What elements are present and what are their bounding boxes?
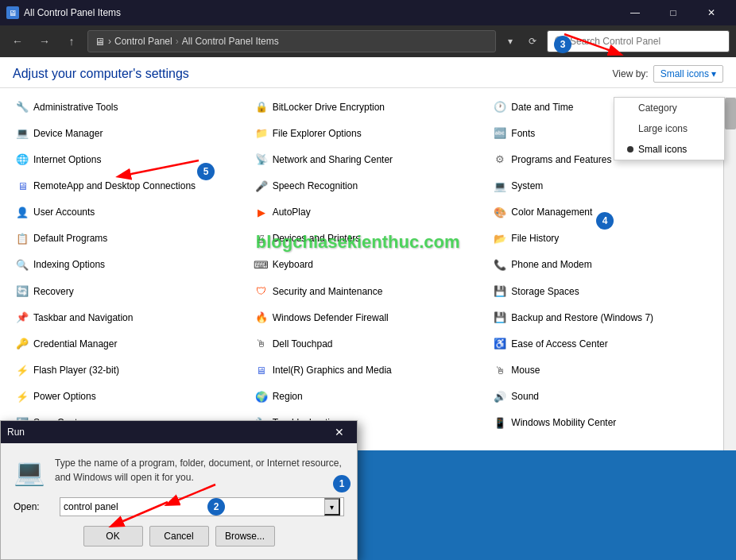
cp-item-label: AutoPlay [273,207,311,218]
run-dialog-icon: 💻 [14,456,45,488]
run-dialog-body: 💻 Type the name of a program, folder, do… [1,443,357,559]
cp-item-icon: 🎤 [255,180,268,192]
cp-item[interactable]: 💻System [490,173,723,198]
breadcrumb-control-panel[interactable]: Control Panel [114,36,172,47]
app-icon: 🖥 [6,6,19,19]
run-dropdown-button[interactable]: ▾ [324,498,340,516]
cp-item[interactable]: 📋Default Programs [13,226,246,251]
breadcrumb[interactable]: 🖥 › Control Panel › All Control Panel It… [87,30,496,52]
up-button[interactable]: ↑ [60,30,83,52]
view-by-dropdown[interactable]: Small icons ▾ [653,65,723,83]
cp-item-icon: 📁 [255,127,268,140]
cp-item-label: Ease of Access Center [511,338,607,350]
forward-button[interactable]: → [33,30,56,52]
scrollbar-thumb[interactable] [725,98,736,129]
cp-item[interactable]: 🖱Dell Touchpad [252,331,485,356]
cp-item-icon: ♿ [494,338,506,350]
cp-item-icon: 🌍 [255,390,268,403]
cp-item-icon: 🖨 [255,232,268,245]
cp-item[interactable]: 📂File History [490,226,723,251]
minimize-button[interactable]: — [617,0,653,25]
cp-item[interactable]: ▶AutoPlay [252,200,485,225]
cp-item[interactable]: 🎤Speech Recognition [252,173,485,198]
cp-item[interactable]: 💻Device Manager [13,121,246,145]
cp-item[interactable]: 👤User Accounts [13,200,246,225]
cp-item[interactable]: 🔑Credential Manager [13,331,246,356]
cp-item[interactable]: ⌨Keyboard [252,253,485,277]
cp-item-label: Region [273,391,303,402]
cp-item[interactable]: 🌍Region [252,384,485,409]
cp-item[interactable]: 🔄Recovery [13,279,246,303]
cp-item-label: Windows Defender Firewall [273,312,389,323]
cp-item[interactable]: 🖨Devices and Printers [252,226,485,251]
close-button[interactable]: ✕ [693,0,730,25]
cp-item-label: Recovery [33,286,74,297]
cp-item[interactable]: 🖱Mouse [490,358,723,383]
cp-item-label: Date and Time [511,102,573,113]
cp-item[interactable]: ⚡Flash Player (32-bit) [13,358,246,383]
cp-item-icon: ⚡ [16,364,29,377]
cp-item-label: Programs and Features [511,154,611,165]
cp-item[interactable]: 🖥Intel(R) Graphics and Media [252,358,485,383]
cp-item[interactable]: 📁File Explorer Options [252,121,485,145]
window-title: All Control Panel Items [24,7,612,18]
ok-button[interactable]: OK [83,526,143,546]
cp-item[interactable]: 📡Network and Sharing Center [252,147,485,172]
cp-item[interactable]: 💾Backup and Restore (Windows 7) [490,305,723,330]
cp-item[interactable]: 🔒BitLocker Drive Encryption [252,95,485,119]
cp-item-icon: 🖱 [494,364,506,377]
run-close-button[interactable]: ✕ [328,421,351,443]
cp-item-label: Network and Sharing Center [273,154,393,165]
cp-item-label: User Accounts [33,207,95,218]
cp-item[interactable]: 🔊Sound [490,384,723,409]
annotation-5: 5 [197,163,215,180]
cp-item[interactable]: ⚡Power Options [13,384,246,409]
cp-item[interactable]: ♿Ease of Access Center [490,331,723,356]
view-option-large-icons[interactable]: Large icons [614,118,724,139]
cp-item-label: Devices and Printers [273,233,361,244]
cp-item-icon: 💻 [494,180,506,192]
cp-item-label: Device Manager [33,128,103,139]
scrollbar-track[interactable] [723,97,736,450]
run-input-field[interactable] [64,501,324,512]
cp-item[interactable]: 📱Windows Mobility Center [490,411,723,435]
view-option-category[interactable]: Category [614,98,724,118]
main-content: Adjust your computer's settings View by:… [0,57,736,450]
cp-item[interactable]: 🔥Windows Defender Firewall [252,305,485,330]
window-controls: — □ ✕ [617,0,730,25]
cp-item[interactable]: 📞Phone and Modem [490,253,723,277]
browse-button[interactable]: Browse... [215,526,275,546]
cp-item-label: File Explorer Options [273,128,362,139]
run-dialog-title: Run [7,427,328,438]
view-option-small-icons[interactable]: Small icons [614,139,724,160]
cp-item-icon: 📂 [494,232,506,245]
open-label: Open: [14,501,53,512]
cp-item-icon: 🛡 [255,285,268,298]
breadcrumb-all-items[interactable]: All Control Panel Items [182,36,279,47]
search-bar[interactable]: 🔍 [547,30,730,52]
cp-item-label: Sound [511,391,539,402]
cp-item[interactable]: 📌Taskbar and Navigation [13,305,246,330]
cp-item-label: Speech Recognition [273,180,358,191]
maximize-button[interactable]: □ [655,0,691,25]
cancel-button[interactable]: Cancel [149,526,209,546]
cp-item[interactable]: 🛡Security and Maintenance [252,279,485,303]
cp-item-icon: 🔍 [16,258,29,271]
cp-item-icon: 🔒 [255,101,268,114]
address-controls: ▾ ⟳ [501,32,542,51]
view-by-section: View by: Small icons ▾ [613,65,724,83]
refresh-button[interactable]: ⟳ [523,32,542,51]
cp-item-label: BitLocker Drive Encryption [273,102,385,113]
dropdown-button[interactable]: ▾ [501,32,520,51]
cp-item-icon: 🖥 [16,180,29,192]
search-input[interactable] [570,36,722,47]
view-by-value: Small icons [660,68,709,79]
cp-item[interactable]: 🔧Administrative Tools [13,95,246,119]
cp-item-label: Mouse [511,365,540,376]
cp-item[interactable]: 🔍Indexing Options [13,253,246,277]
cp-item[interactable]: 💾Storage Spaces [490,279,723,303]
run-buttons: OK Cancel Browse... [14,526,344,546]
back-button[interactable]: ← [6,30,29,52]
run-input-combo[interactable]: ▾ [60,497,344,516]
cp-item-label: Windows Mobility Center [511,417,616,428]
